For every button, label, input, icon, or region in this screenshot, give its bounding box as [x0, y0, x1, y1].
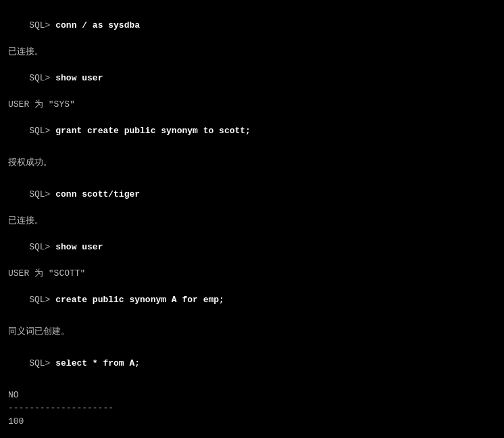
command-7: select * from A; — [55, 358, 140, 368]
line-2: SQL> show user — [8, 58, 496, 98]
blank-5 — [8, 383, 496, 389]
prompt-2: SQL> — [29, 73, 55, 83]
command-3: grant create public synonym to scott; — [55, 126, 251, 136]
line-5: SQL> show user — [8, 227, 496, 267]
blank-1 — [8, 151, 496, 156]
line-4: SQL> conn scott/tiger — [8, 174, 496, 214]
terminal-window: SQL> conn / as sysdba 已连接。 SQL> show use… — [0, 0, 504, 438]
prompt-5: SQL> — [29, 242, 55, 252]
output-no-header: NO — [8, 389, 496, 402]
line-7: SQL> select * from A; — [8, 343, 496, 383]
output-user-scott: USER 为 "SCOTT" — [8, 267, 496, 281]
line-6: SQL> create public synonym A for emp; — [8, 280, 496, 320]
line-3: SQL> grant create public synonym to scot… — [8, 111, 496, 151]
output-connected-2: 已连接。 — [8, 214, 496, 228]
command-1: conn / as sysdba — [55, 20, 140, 30]
prompt-1: SQL> — [29, 20, 55, 30]
line-8: SQL> create public synonym B for emp; — [8, 433, 496, 438]
command-6: create public synonym A for emp; — [55, 295, 224, 305]
blank-2 — [8, 169, 496, 174]
output-synonym-a-created: 同义词已创建。 — [8, 325, 496, 339]
prompt-3: SQL> — [29, 126, 55, 136]
prompt-7: SQL> — [29, 358, 55, 368]
blank-6 — [8, 428, 496, 433]
prompt-6: SQL> — [29, 295, 55, 305]
output-no-value: 100 — [8, 415, 496, 429]
command-5: show user — [55, 242, 103, 252]
blank-4 — [8, 338, 496, 343]
line-1: SQL> conn / as sysdba — [8, 5, 496, 45]
output-grant-success: 授权成功。 — [8, 156, 496, 170]
output-connected-1: 已连接。 — [8, 45, 496, 59]
prompt-4: SQL> — [29, 189, 55, 199]
blank-3 — [8, 320, 496, 325]
command-4: conn scott/tiger — [55, 189, 140, 199]
output-user-sys: USER 为 "SYS" — [8, 98, 496, 112]
command-2: show user — [55, 73, 103, 83]
output-no-divider: -------------------- — [8, 402, 496, 415]
